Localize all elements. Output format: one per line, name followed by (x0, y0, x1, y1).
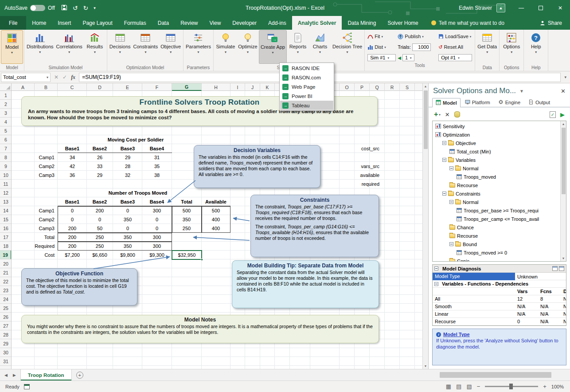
model-notes-box[interactable]: Model Notes You might wonder why there i… (21, 315, 379, 343)
row-header-16[interactable]: 16 (0, 224, 12, 233)
pane-tab-platform[interactable]: Platform (461, 98, 494, 107)
tree-scrollbar[interactable]: ▲ ▼ (560, 121, 566, 261)
optimize-button[interactable]: Optimize▼ (237, 30, 259, 64)
enter-icon[interactable]: ✓ (62, 74, 67, 80)
column-header-R[interactable]: R (385, 83, 400, 91)
row-header-6[interactable]: 6 (0, 135, 12, 144)
decisions-button[interactable]: Decisions▼ (108, 30, 132, 64)
tree-scroll-thumb[interactable] (562, 128, 566, 194)
cost-cell[interactable]: 26 (85, 153, 114, 162)
decision-variables-callout[interactable]: Decision Variables The variables in this… (194, 145, 320, 188)
tree-item-troops-per-camp-troops-avail[interactable]: Troops_per_camp <= Troops_avail (433, 215, 560, 223)
cost-cell[interactable]: 36 (58, 171, 87, 180)
tree-item-constraints[interactable]: Constraints (433, 189, 560, 198)
column-header-Q[interactable]: Q (370, 83, 385, 91)
row-header-7[interactable]: 7 (0, 144, 12, 153)
redo-icon[interactable]: ↻ (83, 4, 89, 12)
side-label-required[interactable]: required (324, 180, 379, 188)
share-button[interactable]: Share (540, 16, 570, 30)
collapse-icon[interactable] (449, 242, 453, 246)
select-all-corner[interactable] (0, 83, 12, 91)
cost-row-label[interactable]: Camp3 (19, 171, 55, 180)
tree-item-conic[interactable]: Conic (433, 257, 560, 261)
diagnosis-section-row[interactable]: Variables - Functions - Dependencies (433, 280, 566, 288)
troops-col-header[interactable]: Base2 (85, 197, 114, 206)
horizontal-scrollbar[interactable] (437, 369, 570, 380)
zoom-slider[interactable] (485, 386, 538, 387)
side-label-cost_src[interactable]: cost_src (324, 144, 379, 153)
sim-number-select[interactable]: 1▾ (402, 54, 414, 61)
tree-item-total-cost-min[interactable]: Total_cost (Min) (433, 147, 560, 156)
user-name[interactable]: Edwin Straver (459, 5, 492, 11)
side-label-available[interactable]: available (324, 171, 379, 180)
results-button[interactable]: Results▼ (84, 30, 106, 64)
model-building-tip-callout[interactable]: Model Building Tip: Separate Data from M… (232, 260, 379, 308)
page-layout-view-icon[interactable]: ▤ (456, 383, 461, 390)
ribbon-tab-add-ins[interactable]: Add-ins (262, 16, 292, 30)
cost-col-header[interactable]: Base1 (58, 144, 87, 153)
selected-cell-G19[interactable]: $32,950 (172, 250, 202, 260)
ribbon-tab-home[interactable]: Home (26, 16, 52, 30)
autosave-toggle[interactable]: AutoSave Off (4, 5, 55, 11)
row-header-15[interactable]: 15 (0, 215, 12, 224)
fit-button[interactable]: Fit▾ (367, 34, 396, 39)
tree-scroll-up-icon[interactable]: ▲ (562, 121, 565, 127)
autosave-pill[interactable] (30, 5, 45, 11)
cost-value-cell[interactable]: $6,650 (85, 251, 114, 259)
scroll-down-icon[interactable]: ▼ (424, 363, 427, 369)
help-button[interactable]: ? Help▼ (525, 30, 547, 64)
user-avatar[interactable]: ▲ (496, 4, 505, 12)
total-row-label[interactable]: Total (19, 233, 55, 242)
quick-access-customize-icon[interactable]: ▾ (94, 6, 96, 10)
row-header-19[interactable]: 19 (0, 251, 12, 259)
ribbon-tab-analytic-solver[interactable]: Analytic Solver (292, 16, 342, 30)
column-header-D[interactable]: D (87, 83, 113, 91)
cost-cell[interactable]: 34 (58, 153, 87, 162)
parameters-button[interactable]: Parameters▼ (184, 30, 212, 64)
troops-table-title[interactable]: Number of Troops Moved (100, 188, 176, 197)
troops-col-header[interactable]: Base3 (113, 197, 142, 206)
reset-all-button[interactable]: ↺Reset All (438, 44, 472, 50)
row-header-2[interactable]: 2 (0, 100, 12, 109)
constraints-button[interactable]: Constraints▼ (132, 30, 160, 64)
options-button[interactable]: Options▼ (500, 30, 523, 64)
constraints-callout[interactable]: Constraints The constraint, Troops_per_b… (250, 195, 379, 257)
collapse-icon[interactable] (434, 267, 438, 270)
decision-tree-button[interactable]: Decision Tree▼ (331, 30, 363, 64)
horizontal-scroll-thumb[interactable] (440, 372, 551, 378)
row-header-10[interactable]: 10 (0, 171, 12, 180)
ribbon-tab-view[interactable]: View (204, 16, 227, 30)
required-row-label[interactable]: Required (19, 242, 55, 251)
column-header-G[interactable]: G (172, 83, 202, 91)
scroll-up-icon[interactable]: ▲ (424, 83, 427, 89)
pane-close-icon[interactable]: ✕ (561, 88, 566, 94)
tree-item-normal[interactable]: Normal (433, 164, 560, 172)
correlations-button[interactable]: Correlations▼ (55, 30, 84, 64)
diagnosis-row-recourse[interactable]: Recourse0N/AN/A (433, 318, 566, 325)
column-header-C[interactable]: C (58, 83, 87, 91)
add-icon[interactable]: +▾ (434, 110, 441, 118)
column-header-O[interactable]: O (340, 83, 355, 91)
tell-me-box[interactable]: Tell me what you want to do (431, 16, 504, 30)
cost-table-title[interactable]: Moving Cost per Soldier (100, 135, 171, 144)
zoom-level[interactable]: 100% (551, 384, 564, 389)
row-header-27[interactable]: 27 (0, 321, 12, 330)
cost-row-label[interactable]: Camp2 (19, 162, 55, 171)
side-label-vars_src[interactable]: vars_src (324, 162, 379, 171)
cost-col-header[interactable]: Base2 (85, 144, 114, 153)
column-header-I[interactable]: I (230, 83, 245, 91)
close-button[interactable]: ✕ (550, 0, 570, 16)
undo-icon[interactable]: ↺ (73, 4, 78, 12)
cancel-icon[interactable]: ✕ (54, 74, 59, 80)
tree-item-chance[interactable]: Chance (433, 223, 560, 231)
zoom-slider-thumb[interactable] (509, 384, 513, 389)
row-header-14[interactable]: 14 (0, 206, 12, 215)
row-header-29[interactable]: 29 (0, 339, 12, 348)
diagnosis-row-linear[interactable]: LinearN/AN/AN/A (433, 310, 566, 318)
distributions-button[interactable]: Distributions▼ (25, 30, 55, 64)
opt-selector[interactable]: Opt #1▾ (438, 54, 472, 61)
diagnosis-row-smooth[interactable]: SmoothN/AN/AN/A (433, 303, 566, 310)
row-header-20[interactable]: 20 (0, 259, 12, 268)
minimize-button[interactable]: — (511, 0, 531, 16)
row-header-26[interactable]: 26 (0, 313, 12, 321)
